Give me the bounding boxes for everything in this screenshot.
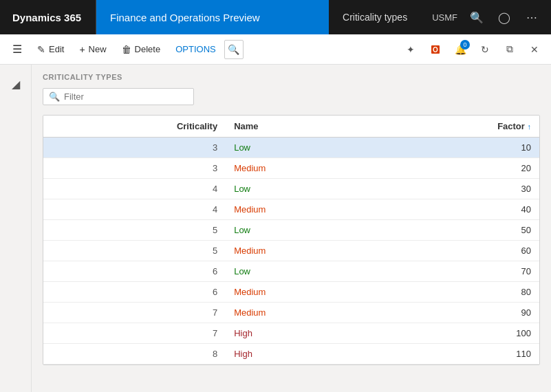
table-row[interactable]: 7Medium90: [43, 303, 539, 323]
factor-cell: 100: [380, 323, 539, 344]
name-cell: Medium: [226, 199, 380, 220]
toolbar-search-icon: 🔍: [228, 44, 239, 55]
factor-cell: 110: [380, 344, 539, 364]
name-cell: Medium: [226, 158, 380, 179]
top-nav: Dynamics 365 Finance and Operations Prev…: [0, 0, 551, 34]
criticality-cell: 3: [43, 158, 226, 179]
app-name-section: Finance and Operations Preview: [96, 0, 329, 34]
dynamics-logo[interactable]: Dynamics 365: [0, 0, 96, 34]
table-row[interactable]: 4Low30: [43, 179, 539, 199]
criticality-cell: 6: [43, 261, 226, 282]
new-button[interactable]: + New: [72, 41, 113, 58]
name-cell: Low: [226, 220, 380, 241]
toolbar-right-actions: ✦ O 🔔 0 ↻ ⧉ ✕: [400, 39, 545, 61]
criticality-cell: 7: [43, 303, 226, 323]
notifications-icon[interactable]: ◯: [492, 5, 517, 30]
table-row[interactable]: 5Low50: [43, 220, 539, 241]
table-row[interactable]: 7High100: [43, 323, 539, 344]
filter-bar[interactable]: 🔍: [43, 88, 194, 105]
main-layout: ◢ CRITICALITY TYPES 🔍 Criticality Name: [0, 65, 551, 392]
name-cell: Medium: [226, 303, 380, 323]
factor-cell: 50: [380, 220, 539, 241]
breadcrumb-text: Criticality types: [343, 12, 407, 23]
factor-cell: 40: [380, 199, 539, 220]
sort-asc-icon: ↑: [528, 122, 532, 131]
table-row[interactable]: 6Medium80: [43, 282, 539, 303]
table-row[interactable]: 5Medium60: [43, 241, 539, 261]
toolbar-search-button[interactable]: 🔍: [224, 40, 244, 59]
factor-column-header[interactable]: Factor ↑: [380, 116, 539, 138]
criticality-cell: 5: [43, 241, 226, 261]
name-cell: Low: [226, 138, 380, 158]
new-label: New: [89, 44, 107, 54]
new-icon: +: [79, 44, 85, 55]
delete-label: Delete: [135, 44, 161, 54]
table-row[interactable]: 3Medium20: [43, 158, 539, 179]
edit-label: Edit: [49, 44, 64, 54]
factor-cell: 60: [380, 241, 539, 261]
criticality-cell: 7: [43, 323, 226, 344]
edit-button[interactable]: ✎ Edit: [30, 41, 71, 58]
notifications-badge-icon[interactable]: 🔔 0: [449, 39, 471, 61]
edit-icon: ✎: [37, 44, 45, 55]
factor-cell: 10: [380, 138, 539, 158]
name-cell: Low: [226, 261, 380, 282]
name-cell: High: [226, 344, 380, 364]
factor-cell: 30: [380, 179, 539, 199]
hamburger-icon: ☰: [12, 43, 22, 56]
name-column-header[interactable]: Name: [226, 116, 380, 138]
table-row[interactable]: 3Low10: [43, 138, 539, 158]
delete-button[interactable]: 🗑 Delete: [115, 41, 168, 58]
factor-cell: 70: [380, 261, 539, 282]
criticality-cell: 6: [43, 282, 226, 303]
options-label: OPTIONS: [175, 44, 216, 54]
table-header-row: Criticality Name Factor ↑: [43, 116, 539, 138]
more-options-icon[interactable]: ⋯: [519, 5, 544, 30]
delete-icon: 🗑: [122, 44, 131, 55]
office-icon[interactable]: O: [424, 39, 446, 61]
company-code: USMF: [428, 12, 462, 23]
factor-cell: 80: [380, 282, 539, 303]
name-cell: High: [226, 323, 380, 344]
table-row[interactable]: 8High110: [43, 344, 539, 364]
factor-cell: 90: [380, 303, 539, 323]
search-top-icon[interactable]: 🔍: [464, 5, 489, 30]
svg-text:O: O: [433, 46, 438, 54]
criticality-column-header[interactable]: Criticality: [43, 116, 226, 138]
filter-input[interactable]: [64, 91, 188, 102]
close-icon[interactable]: ✕: [523, 39, 545, 61]
table-row[interactable]: 6Low70: [43, 261, 539, 282]
toolbar: ☰ ✎ Edit + New 🗑 Delete OPTIONS 🔍 ✦ O 🔔 …: [0, 34, 551, 65]
top-nav-right: USMF 🔍 ◯ ⋯: [421, 0, 551, 34]
section-title: CRITICALITY TYPES: [43, 73, 540, 81]
options-button[interactable]: OPTIONS: [169, 41, 223, 58]
sidebar: ◢: [0, 65, 32, 392]
breadcrumb: Criticality types: [329, 0, 421, 34]
criticality-cell: 3: [43, 138, 226, 158]
name-cell: Medium: [226, 241, 380, 261]
dynamics-logo-text: Dynamics 365: [12, 12, 81, 23]
data-table: Criticality Name Factor ↑ 3Low103Medium2…: [43, 115, 540, 365]
criticality-cell: 5: [43, 220, 226, 241]
name-cell: Medium: [226, 282, 380, 303]
content-area: CRITICALITY TYPES 🔍 Criticality Name: [32, 65, 551, 392]
settings-icon[interactable]: ✦: [400, 39, 422, 61]
hamburger-button[interactable]: ☰: [6, 39, 29, 59]
filter-sidebar-icon[interactable]: ◢: [3, 72, 28, 96]
refresh-icon[interactable]: ↻: [474, 39, 496, 61]
open-new-window-icon[interactable]: ⧉: [499, 39, 521, 61]
app-name-text: Finance and Operations Preview: [110, 12, 260, 23]
criticality-cell: 8: [43, 344, 226, 364]
criticality-cell: 4: [43, 199, 226, 220]
name-cell: Low: [226, 179, 380, 199]
criticality-cell: 4: [43, 179, 226, 199]
filter-icon: 🔍: [49, 91, 60, 102]
factor-cell: 20: [380, 158, 539, 179]
notification-count: 0: [460, 40, 470, 50]
table-row[interactable]: 4Medium40: [43, 199, 539, 220]
